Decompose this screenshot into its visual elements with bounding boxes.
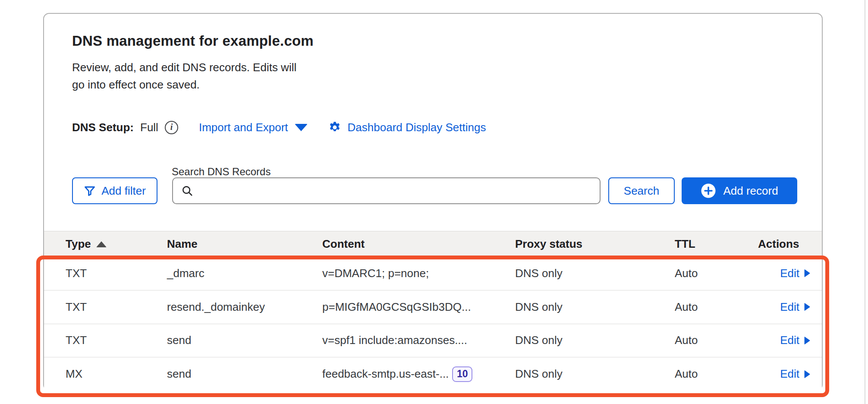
dns-record-row: TXT resend._domainkey p=MIGfMA0GCSqGSIb3… bbox=[44, 290, 822, 324]
edit-chevron-icon bbox=[804, 302, 811, 312]
column-header-name: Name bbox=[167, 231, 198, 257]
record-type: TXT bbox=[66, 290, 87, 324]
record-ttl: Auto bbox=[675, 257, 698, 290]
dns-management-page: DNS management for example.com Review, a… bbox=[0, 0, 868, 404]
record-proxy-status: DNS only bbox=[515, 290, 563, 324]
edit-record-link[interactable]: Edit bbox=[780, 300, 799, 314]
record-actions: Edit bbox=[780, 357, 811, 391]
dns-record-row: TXT _dmarc v=DMARC1; p=none; DNS only Au… bbox=[44, 256, 822, 290]
chevron-down-icon bbox=[295, 124, 308, 131]
column-header-ttl: TTL bbox=[675, 231, 695, 257]
record-content: p=MIGfMA0GCSqGSIb3DQ... bbox=[322, 290, 471, 324]
record-proxy-status: DNS only bbox=[515, 324, 563, 357]
edit-record-link[interactable]: Edit bbox=[780, 367, 799, 381]
record-content: v=spf1 include:amazonses.... bbox=[322, 324, 467, 357]
page-title: DNS management for example.com bbox=[72, 33, 314, 49]
mx-priority-badge: 10 bbox=[452, 366, 472, 382]
dns-management-panel: DNS management for example.com Review, a… bbox=[43, 13, 823, 391]
search-button[interactable]: Search bbox=[608, 177, 675, 204]
add-filter-label: Add filter bbox=[101, 184, 146, 198]
record-actions: Edit bbox=[780, 257, 811, 290]
record-name: resend._domainkey bbox=[167, 290, 265, 324]
plus-circle-icon bbox=[701, 183, 716, 199]
record-content: feedback-smtp.us-east-... 10 bbox=[322, 357, 472, 391]
search-input-container bbox=[172, 177, 601, 204]
add-filter-button[interactable]: Add filter bbox=[72, 177, 157, 204]
record-proxy-status: DNS only bbox=[515, 257, 563, 290]
dashboard-display-settings-link[interactable]: Dashboard Display Settings bbox=[348, 121, 486, 134]
adjacent-panel-edge bbox=[865, 0, 865, 404]
record-actions: Edit bbox=[780, 324, 811, 357]
dns-setup-value: Full bbox=[140, 121, 158, 134]
import-export-link[interactable]: Import and Export bbox=[199, 121, 288, 134]
search-records-label: Search DNS Records bbox=[172, 166, 270, 178]
record-proxy-status: DNS only bbox=[515, 357, 563, 391]
dns-record-row: TXT send v=spf1 include:amazonses.... DN… bbox=[44, 324, 822, 357]
dns-setup-row: DNS Setup: Full i Import and Export Dash… bbox=[72, 119, 486, 136]
page-subtitle-line2: go into effect once saved. bbox=[72, 76, 296, 93]
column-header-content: Content bbox=[322, 231, 365, 257]
add-record-label: Add record bbox=[723, 184, 778, 198]
edit-chevron-icon bbox=[804, 268, 811, 278]
record-content: v=DMARC1; p=none; bbox=[322, 257, 429, 290]
add-record-button[interactable]: Add record bbox=[682, 177, 797, 204]
page-title-prefix: DNS management for bbox=[72, 33, 223, 49]
record-type: MX bbox=[66, 357, 82, 391]
record-type: TXT bbox=[66, 257, 87, 290]
dns-record-row: MX send feedback-smtp.us-east-... 10 DNS… bbox=[44, 357, 822, 391]
filter-funnel-icon bbox=[84, 185, 96, 197]
edit-chevron-icon bbox=[804, 369, 811, 379]
record-ttl: Auto bbox=[675, 357, 698, 391]
record-type: TXT bbox=[66, 324, 87, 357]
page-subtitle: Review, add, and edit DNS records. Edits… bbox=[72, 59, 296, 93]
column-header-proxy-status: Proxy status bbox=[515, 231, 582, 257]
record-name: send bbox=[167, 357, 191, 391]
column-header-actions: Actions bbox=[758, 231, 811, 257]
record-actions: Edit bbox=[780, 290, 811, 324]
page-subtitle-line1: Review, add, and edit DNS records. Edits… bbox=[72, 59, 296, 76]
gear-icon bbox=[327, 120, 342, 135]
dns-setup-label: DNS Setup: bbox=[72, 121, 134, 134]
sort-ascending-icon bbox=[96, 241, 107, 247]
record-ttl: Auto bbox=[675, 290, 698, 324]
record-ttl: Auto bbox=[675, 324, 698, 357]
edit-chevron-icon bbox=[804, 335, 811, 346]
info-icon[interactable]: i bbox=[165, 121, 178, 134]
column-header-type[interactable]: Type bbox=[66, 231, 107, 257]
record-name: _dmarc bbox=[167, 257, 204, 290]
edit-record-link[interactable]: Edit bbox=[780, 334, 799, 347]
page-title-domain: example.com bbox=[223, 33, 314, 49]
search-input[interactable] bbox=[199, 178, 600, 203]
search-icon bbox=[181, 184, 194, 197]
edit-record-link[interactable]: Edit bbox=[780, 267, 799, 280]
records-table-header: Type Name Content Proxy status TTL Actio… bbox=[44, 231, 822, 256]
record-name: send bbox=[167, 324, 191, 357]
records-table-body: TXT _dmarc v=DMARC1; p=none; DNS only Au… bbox=[44, 256, 822, 391]
